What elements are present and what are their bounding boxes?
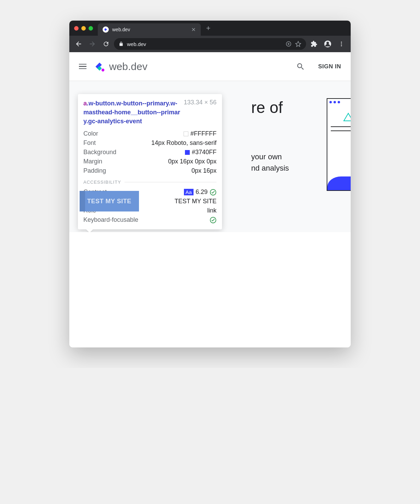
window-controls: [69, 26, 98, 31]
tooltip-dimensions: 133.34 × 56: [184, 99, 217, 126]
tooltip-row-background: Background #3740FF: [83, 148, 217, 157]
star-icon[interactable]: [295, 41, 301, 47]
tooltip-a11y-header: ACCESSIBILITY: [83, 180, 217, 185]
site-logo[interactable]: web.dev: [93, 60, 148, 73]
tab-favicon-icon: [103, 26, 109, 33]
tooltip-row-padding: Padding 0px 16px: [83, 166, 217, 175]
minimize-window-button[interactable]: [81, 26, 86, 31]
reload-button[interactable]: [100, 38, 112, 50]
tooltip-row-font: Font 14px Roboto, sans-serif: [83, 138, 217, 148]
tab-title: web.dev: [112, 27, 188, 32]
hamburger-menu-button[interactable]: [79, 64, 86, 69]
close-window-button[interactable]: [74, 26, 79, 31]
tooltip-row-color: Color #FFFFFF: [83, 129, 217, 138]
tooltip-row-margin: Margin 0px 16px 0px 0px: [83, 157, 217, 166]
test-my-site-button[interactable]: TEST MY SITE: [80, 191, 139, 211]
hero-illustration: [327, 98, 351, 191]
browser-tab[interactable]: web.dev: [98, 23, 201, 36]
forward-button[interactable]: [86, 38, 98, 50]
zoom-icon[interactable]: [285, 41, 292, 47]
address-bar[interactable]: web.dev: [114, 38, 306, 50]
contrast-badge: Aa: [184, 189, 194, 195]
tooltip-selector: a.w-button.w-button--primary.w-masthead-…: [83, 99, 180, 126]
page-content: web.dev SIGN IN re of your own nd analys…: [69, 52, 351, 347]
site-header: web.dev SIGN IN: [69, 52, 351, 81]
new-tab-button[interactable]: [201, 25, 216, 31]
check-icon: [210, 217, 217, 224]
svg-point-6: [102, 68, 104, 71]
svg-point-4: [341, 44, 342, 45]
titlebar: web.dev: [69, 21, 351, 36]
maximize-window-button[interactable]: [89, 26, 93, 31]
browser-toolbar: web.dev: [69, 36, 351, 52]
hero-section: re of your own nd analysis a.w-button.w-…: [69, 81, 351, 232]
color-swatch-icon: [184, 131, 188, 136]
check-icon: [210, 189, 217, 196]
search-button[interactable]: [296, 62, 305, 71]
logo-text: web.dev: [109, 61, 148, 72]
close-tab-button[interactable]: [191, 27, 196, 32]
color-swatch-icon: [185, 150, 190, 155]
svg-point-3: [341, 42, 342, 43]
svg-point-5: [341, 45, 342, 46]
svg-point-2: [326, 42, 329, 44]
lock-icon: [119, 42, 124, 46]
profile-button[interactable]: [322, 38, 334, 50]
menu-button[interactable]: [336, 38, 347, 50]
tooltip-row-keyboard: Keyboard-focusable: [83, 215, 217, 225]
extensions-button[interactable]: [308, 38, 320, 50]
url-text: web.dev: [127, 41, 282, 47]
signin-button[interactable]: SIGN IN: [311, 63, 341, 70]
back-button[interactable]: [73, 38, 84, 50]
browser-window: web.dev web.dev: [69, 21, 351, 347]
logo-icon: [93, 60, 106, 73]
